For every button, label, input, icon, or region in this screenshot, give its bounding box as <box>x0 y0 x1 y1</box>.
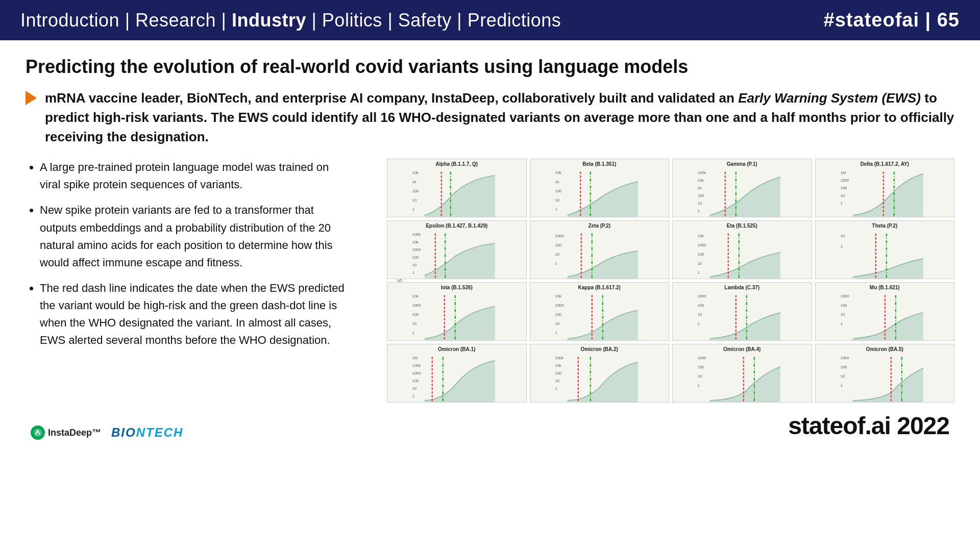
svg-text:100: 100 <box>840 365 847 369</box>
svg-text:1000: 1000 <box>412 371 421 375</box>
svg-text:100: 100 <box>698 365 704 369</box>
nav-politics[interactable]: Politics <box>322 10 382 31</box>
svg-text:1: 1 <box>555 261 557 266</box>
svg-text:1: 1 <box>698 321 700 326</box>
svg-text:10: 10 <box>412 263 416 267</box>
slide-tag: #stateofai | 65 <box>824 9 960 31</box>
chart-omicron-ba2-svg: 100k 10k 100 10 1 Nov 2021 Mar 2022 May … <box>533 353 666 403</box>
svg-text:100: 100 <box>840 303 847 308</box>
svg-text:10k: 10k <box>555 363 561 368</box>
instadeep-text: InstaDeep™ <box>48 428 101 438</box>
chart-beta: Beta (B.1.351) 10k 1k 100 10 1 Jan 2021 <box>530 159 670 217</box>
svg-text:10k: 10k <box>555 170 561 175</box>
svg-text:1: 1 <box>412 331 414 335</box>
chart-zeta-svg: 1000 100 10 1 Jan 2021 Jul 2021 Oct 2021 <box>533 230 666 279</box>
chart-alpha: Alpha (B.1.1.7, Q) 10k 1k 100 10 1 Jan 2… <box>387 159 527 217</box>
nav-industry[interactable]: Industry <box>232 10 306 31</box>
svg-text:10k: 10k <box>412 240 419 244</box>
svg-text:10: 10 <box>840 374 844 379</box>
chart-grid: Alpha (B.1.1.7, Q) 10k 1k 100 10 1 Jan 2… <box>387 159 954 403</box>
svg-text:100: 100 <box>840 186 847 190</box>
svg-text:1000: 1000 <box>840 356 849 360</box>
chart-omicron-ba1-svg: 1M 100k 1000 100 10 1 Nov 2021 Mar 2022 <box>390 353 523 403</box>
svg-text:1000: 1000 <box>698 294 706 298</box>
svg-text:1k: 1k <box>698 186 702 190</box>
bullet-item-2: New spike protein variants are fed to a … <box>40 202 352 271</box>
chart-mu-title: Mu (B.1.621) <box>819 285 951 290</box>
svg-text:1: 1 <box>840 244 842 249</box>
instadeep-icon-svg <box>33 428 43 438</box>
svg-text:1000: 1000 <box>840 178 849 183</box>
biontech-ntech: NTECH <box>136 425 184 439</box>
highlight-text: mRNA vaccine leader, BioNTech, and enter… <box>45 89 954 146</box>
svg-text:10: 10 <box>840 234 844 238</box>
chart-gamma-svg: 100k 10k 1k 100 10 1 Jan 2021 Jul 2021 <box>676 168 808 217</box>
nav-research[interactable]: Research <box>135 10 216 31</box>
svg-text:10: 10 <box>698 201 702 206</box>
biontech-bio: BIO <box>111 425 136 439</box>
chart-eta-svg: 10k 1000 100 10 1 Jan 2021 Jul 2021 Oct … <box>676 230 808 279</box>
chart-theta: Theta (P.2) 10 1 Jan 2021 Jul 2021 Oct 2… <box>815 220 955 279</box>
instadeep-logo-icon <box>31 425 45 440</box>
header: Introduction | Research | Industry | Pol… <box>0 0 980 40</box>
svg-text:10: 10 <box>698 374 702 379</box>
nav-separator4: | <box>387 10 398 31</box>
chart-omicron-ba1-title: Omicron (BA.1) <box>390 346 523 352</box>
nav-separator: | <box>125 10 135 31</box>
svg-text:1: 1 <box>840 201 842 206</box>
left-column: A large pre-trained protein language mod… <box>26 159 352 403</box>
chart-grid-wrapper: Number of Submissions Alpha (B.1.1.7, Q)… <box>373 159 954 403</box>
ews-term: Early Warning System (EWS) <box>738 90 921 106</box>
nav-introduction[interactable]: Introduction <box>20 10 119 31</box>
nav-predictions[interactable]: Predictions <box>468 10 561 31</box>
chart-epsilon-title: Epsilon (B.1.427, B.1.429) <box>390 223 523 229</box>
svg-text:1k: 1k <box>412 180 416 184</box>
svg-text:1: 1 <box>698 270 700 275</box>
chart-omicron-ba2: Omicron (BA.2) 100k 10k 100 10 1 Nov 202… <box>530 344 670 403</box>
svg-text:100: 100 <box>698 303 704 308</box>
nav-safety[interactable]: Safety <box>398 10 452 31</box>
svg-text:10k: 10k <box>698 178 704 183</box>
logos: InstaDeep™ BIONTECH <box>31 425 183 440</box>
bullet-list: A large pre-trained protein language mod… <box>26 159 352 349</box>
svg-text:1M: 1M <box>840 170 845 175</box>
bullet-item-3: The red dash line indicates the date whe… <box>40 280 352 349</box>
chart-eta-title: Eta (B.1.525) <box>676 223 808 229</box>
chart-eta: Eta (B.1.525) 10k 1000 100 10 1 Jan 2021 <box>672 220 812 279</box>
chart-zeta-title: Zeta (P.2) <box>533 223 666 229</box>
chart-iota: Iota (B.1.526) 10k 1000 100 10 1 Jan 202… <box>387 282 527 341</box>
chart-epsilon-svg: 100k 10k 1000 100 10 1 Jan 2021 Jul 2021 <box>390 230 523 279</box>
nav-separator5: | <box>457 10 467 31</box>
svg-text:1000: 1000 <box>555 303 564 308</box>
svg-text:10: 10 <box>698 261 702 266</box>
svg-text:10: 10 <box>555 321 559 326</box>
chart-lambda-title: Lambda (C.37) <box>676 285 808 290</box>
chart-mu-svg: 1000 100 10 1 Jan 2021 Jul 2021 Oct 2021 <box>819 291 951 341</box>
chart-theta-title: Theta (P.2) <box>819 223 951 229</box>
chart-delta-svg: 1M 1000 100 10 1 Jan 2021 Jul 2021 Oct 2… <box>819 168 951 217</box>
svg-text:100: 100 <box>412 255 419 260</box>
svg-text:100k: 100k <box>698 170 706 175</box>
chart-gamma-title: Gamma (P.1) <box>676 161 808 167</box>
chart-omicron-ba5: Omicron (BA.5) 1000 100 10 1 Nov 2021 Ma… <box>815 344 955 403</box>
two-column-layout: A large pre-trained protein language mod… <box>26 159 954 403</box>
chart-lambda-svg: 1000 100 10 1 Jan 2021 Jul 2021 Oct 2021 <box>676 291 808 341</box>
svg-text:10: 10 <box>555 198 559 203</box>
svg-text:1M: 1M <box>412 356 418 360</box>
triangle-icon <box>26 91 37 105</box>
svg-text:100: 100 <box>698 252 704 257</box>
instadeep-logo: InstaDeep™ <box>31 425 101 440</box>
chart-iota-svg: 10k 1000 100 10 1 Jan 2021 Jul 2021 Oct … <box>390 291 523 341</box>
svg-text:10: 10 <box>555 379 559 383</box>
svg-text:100: 100 <box>412 189 419 193</box>
svg-text:10k: 10k <box>412 294 419 298</box>
svg-text:1: 1 <box>555 207 557 212</box>
svg-text:1000: 1000 <box>412 303 421 308</box>
svg-text:1: 1 <box>412 394 414 398</box>
chart-lambda: Lambda (C.37) 1000 100 10 1 Jan 2021 Jul… <box>672 282 812 341</box>
chart-iota-title: Iota (B.1.526) <box>390 285 523 290</box>
svg-text:1: 1 <box>698 383 700 388</box>
svg-text:100: 100 <box>412 312 419 317</box>
right-column: Number of Submissions Alpha (B.1.1.7, Q)… <box>373 159 954 403</box>
svg-text:10: 10 <box>412 321 416 326</box>
